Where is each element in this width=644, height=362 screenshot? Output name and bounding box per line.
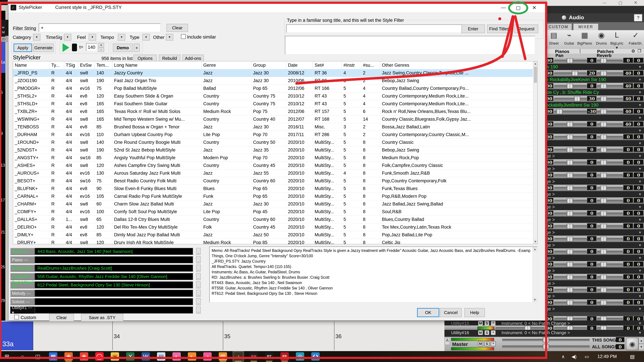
pan-slider[interactable] bbox=[554, 238, 587, 240]
pan-slider[interactable] bbox=[554, 264, 587, 266]
pan-slider-thumb[interactable] bbox=[567, 275, 573, 280]
reverb-slider-thumb[interactable] bbox=[600, 224, 607, 229]
addons-button[interactable]: Add-ons bbox=[182, 55, 204, 62]
pan-slider-thumb[interactable] bbox=[556, 109, 563, 114]
style-table-scrollbar[interactable]: ▲ ▼ bbox=[533, 61, 537, 244]
tab-mixer[interactable]: MIXER bbox=[573, 23, 598, 30]
style-row[interactable]: _DURHAMR4/4ev16110Durham Upbeat Country … bbox=[13, 131, 533, 139]
patch-dropdown-icon[interactable]: ▼ bbox=[638, 256, 642, 260]
taskbar-icon-phone-link[interactable]: ❮❯ bbox=[311, 352, 320, 361]
track-m-button[interactable]: M bbox=[478, 321, 483, 326]
pan-slider-thumb[interactable] bbox=[567, 58, 573, 63]
pan-slider-thumb[interactable] bbox=[574, 96, 580, 101]
taskbar-icon-chart-app[interactable]: ▥ bbox=[219, 352, 227, 361]
reverb-slider-thumb[interactable] bbox=[600, 160, 607, 165]
style-row[interactable]: _AUROUS+R4/4ev16130Aurous Saturday Jazz … bbox=[13, 169, 533, 177]
patch-dropdown-icon[interactable]: ▼ bbox=[638, 307, 642, 311]
tempo-up-button[interactable]: + bbox=[98, 43, 104, 47]
master-down-button[interactable]: ▼ bbox=[639, 344, 644, 350]
track-more-button[interactable]: ... bbox=[196, 265, 201, 272]
rebuild-button[interactable]: Rebuild bbox=[159, 55, 180, 62]
track-more-button[interactable]: ... bbox=[196, 290, 201, 297]
column-header-9[interactable]: Set# bbox=[313, 61, 342, 69]
master-record-button[interactable]: ◉ bbox=[626, 338, 639, 350]
reverb-slider-thumb[interactable] bbox=[600, 262, 607, 267]
taskbar-icon-search[interactable]: ○ bbox=[18, 352, 26, 361]
patch-dropdown-icon[interactable]: ▼ bbox=[638, 269, 642, 273]
options-button[interactable]: Options bbox=[134, 55, 157, 62]
pan-slider[interactable] bbox=[554, 149, 587, 151]
taskbar-icon-firefox[interactable]: ◉ bbox=[64, 352, 73, 361]
taskbar-icon-cam-app[interactable]: ◎ bbox=[296, 352, 304, 361]
master-star-button[interactable]: * bbox=[491, 341, 496, 346]
style-row[interactable]: _STHSL2+R4/4ev8120Easy Southern Slide & … bbox=[13, 92, 533, 100]
pan-slider[interactable] bbox=[554, 302, 587, 304]
clear-filter-button[interactable]: Clear bbox=[166, 24, 188, 32]
reverb-slider[interactable] bbox=[597, 238, 623, 240]
pan-slider-thumb[interactable] bbox=[567, 147, 573, 152]
apply-button[interactable]: Apply bbox=[14, 43, 32, 52]
taskbar-icon-excel[interactable]: X bbox=[126, 352, 134, 361]
track-style-field[interactable] bbox=[35, 256, 193, 263]
reverb-slider-thumb[interactable] bbox=[600, 237, 607, 241]
patch-dropdown-icon[interactable]: ▼ bbox=[638, 78, 642, 82]
include-similar-checkbox[interactable] bbox=[181, 34, 186, 39]
column-header-12[interactable]: Other Genres bbox=[380, 61, 533, 69]
pan-slider[interactable] bbox=[554, 60, 587, 62]
pan-slider[interactable] bbox=[554, 200, 587, 202]
patch-dropdown-icon[interactable]: ▼ bbox=[638, 282, 642, 285]
pan-slider-thumb[interactable] bbox=[567, 300, 573, 305]
reverb-slider-thumb[interactable] bbox=[600, 135, 607, 139]
patch-dropdown-icon[interactable]: ▼ bbox=[638, 231, 642, 234]
column-pianos[interactable]: Pianos bbox=[544, 49, 580, 53]
patch-dropdown-icon[interactable]: ▼ bbox=[638, 218, 642, 222]
tray-volume-icon[interactable]: ◀) bbox=[572, 351, 576, 362]
main-window-close-button[interactable]: ✕ bbox=[634, 0, 637, 5]
taskbar-icon-task-view[interactable]: ◫ bbox=[34, 352, 42, 361]
taskbar-icon-opera[interactable]: ◯ bbox=[95, 352, 104, 361]
audio-help-button[interactable]: ? bbox=[634, 14, 642, 21]
enter-button[interactable]: Enter bbox=[461, 24, 485, 33]
track-label-button[interactable]: Pedal Steel RT bbox=[10, 281, 35, 289]
pan-slider[interactable] bbox=[554, 162, 587, 164]
reverb-slider[interactable] bbox=[597, 327, 623, 329]
track-more-button[interactable]: ... bbox=[196, 248, 201, 255]
play-button[interactable] bbox=[62, 43, 69, 52]
toolbar-icon-guitar[interactable]: ⌁Guitar bbox=[562, 31, 576, 48]
taskbar-icon-paint[interactable]: ◐ bbox=[172, 352, 181, 361]
memo-scrollbar[interactable]: ▲ ▼ bbox=[533, 247, 537, 302]
pan-slider[interactable] bbox=[554, 289, 587, 291]
column-header-3[interactable]: EvSw bbox=[78, 61, 95, 69]
column-patches[interactable]: Patches bbox=[580, 49, 630, 53]
custom-checkbox[interactable] bbox=[14, 315, 19, 320]
patch-dropdown-icon[interactable]: ▼ bbox=[638, 116, 642, 120]
pan-slider[interactable] bbox=[554, 318, 587, 320]
pan-slider[interactable] bbox=[554, 187, 587, 189]
pan-slider[interactable] bbox=[554, 136, 587, 138]
patch-dropdown-icon[interactable]: ▼ bbox=[638, 180, 642, 184]
pan-slider-thumb[interactable] bbox=[567, 224, 573, 229]
pan-slider[interactable] bbox=[554, 111, 587, 113]
tempo-input[interactable] bbox=[86, 43, 97, 51]
taskbar-icon-band-in-a-box[interactable]: ♪ bbox=[234, 352, 242, 361]
reverb-slider[interactable] bbox=[597, 174, 623, 176]
pan-slider-thumb[interactable] bbox=[567, 135, 573, 139]
track-style-field[interactable]: 443:Bass, Acoustic, Jazz Sw 140 [Neil Sw… bbox=[35, 248, 193, 255]
taskbar-icon-notepad[interactable]: ▤ bbox=[157, 352, 165, 361]
master-s-button[interactable]: S bbox=[484, 341, 489, 346]
dialog-titlebar[interactable]: ♪ StylePicker Current style is _JFRD_PS.… bbox=[8, 3, 545, 12]
pan-slider-thumb[interactable] bbox=[567, 237, 573, 241]
reverb-slider-thumb[interactable] bbox=[600, 198, 607, 203]
style-row[interactable]: _52NDST+R4/4sw819052nd St Jazz Bebop Mul… bbox=[13, 146, 533, 154]
pan-slider-thumb[interactable] bbox=[567, 211, 573, 216]
pan-slider-thumb[interactable] bbox=[567, 122, 573, 127]
filter-string-input[interactable] bbox=[39, 23, 160, 32]
reverb-slider[interactable] bbox=[597, 251, 623, 253]
style-row[interactable]: _DIMLY+R4/4ev885Dimly Mod Jazz Pop Balla… bbox=[13, 231, 533, 239]
reverb-slider[interactable] bbox=[597, 302, 623, 304]
taskbar-icon-calendar-app[interactable]: ▦ bbox=[49, 352, 57, 361]
pan-slider-thumb[interactable] bbox=[567, 160, 573, 165]
gear-icon[interactable]: ⚙ bbox=[631, 49, 635, 54]
track-more-button[interactable]: ... bbox=[196, 298, 201, 305]
help-button[interactable]: Help bbox=[464, 308, 485, 317]
